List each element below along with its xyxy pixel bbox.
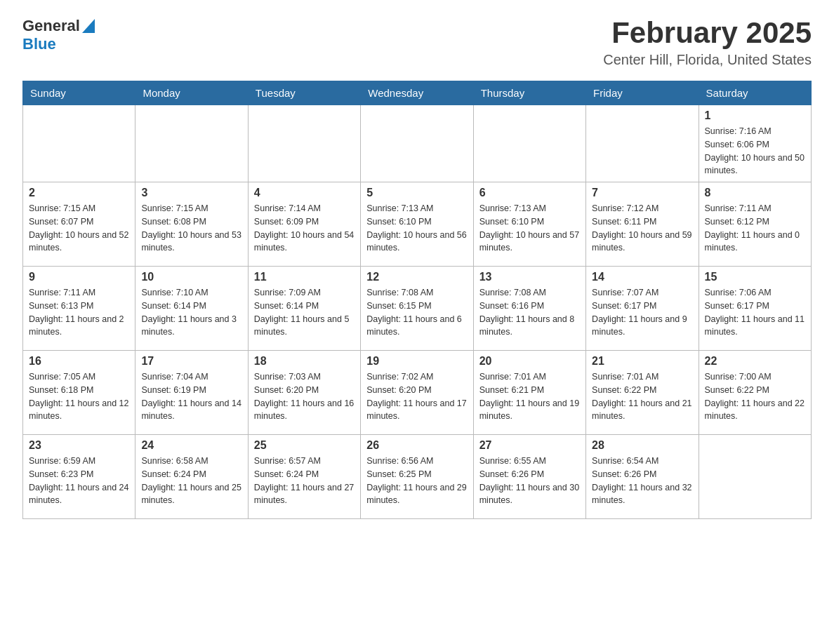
daylight-text: Daylight: 11 hours and 5 minutes. [254, 313, 355, 340]
sunrise-text: Sunrise: 7:03 AM [254, 370, 355, 384]
day-info: Sunrise: 7:05 AMSunset: 6:18 PMDaylight:… [29, 370, 129, 423]
calendar-cell-w4-d6: 21Sunrise: 7:01 AMSunset: 6:22 PMDayligh… [586, 351, 699, 435]
sunrise-text: Sunrise: 7:00 AM [705, 370, 805, 384]
header-tuesday: Tuesday [248, 81, 360, 105]
calendar-subtitle: Center Hill, Florida, United States [603, 52, 812, 68]
calendar-cell-w1-d6 [586, 105, 699, 182]
daylight-text: Daylight: 11 hours and 32 minutes. [592, 481, 692, 508]
day-info: Sunrise: 7:15 AMSunset: 6:07 PMDaylight:… [29, 202, 129, 255]
calendar-cell-w2-d1: 2Sunrise: 7:15 AMSunset: 6:07 PMDaylight… [23, 182, 135, 267]
day-info: Sunrise: 7:01 AMSunset: 6:22 PMDaylight:… [592, 370, 692, 423]
sunset-text: Sunset: 6:09 PM [254, 215, 355, 229]
week-row-5: 23Sunrise: 6:59 AMSunset: 6:23 PMDayligh… [23, 435, 812, 519]
daylight-text: Daylight: 11 hours and 12 minutes. [29, 397, 129, 424]
calendar-cell-w3-d7: 15Sunrise: 7:06 AMSunset: 6:17 PMDayligh… [699, 267, 811, 351]
sunset-text: Sunset: 6:06 PM [705, 138, 805, 152]
day-number: 12 [366, 271, 467, 283]
day-number: 26 [366, 439, 467, 452]
daylight-text: Daylight: 11 hours and 24 minutes. [29, 481, 129, 508]
day-info: Sunrise: 7:15 AMSunset: 6:08 PMDaylight:… [141, 202, 241, 255]
calendar-cell-w4-d7: 22Sunrise: 7:00 AMSunset: 6:22 PMDayligh… [699, 351, 811, 435]
day-number: 17 [141, 355, 241, 368]
daylight-text: Daylight: 11 hours and 29 minutes. [366, 481, 467, 508]
day-number: 20 [479, 355, 580, 368]
day-info: Sunrise: 7:13 AMSunset: 6:10 PMDaylight:… [479, 202, 580, 255]
sunrise-text: Sunrise: 7:13 AM [479, 202, 580, 215]
week-row-2: 2Sunrise: 7:15 AMSunset: 6:07 PMDaylight… [23, 182, 812, 267]
day-number: 14 [592, 271, 692, 283]
sunrise-text: Sunrise: 6:54 AM [592, 455, 692, 468]
sunrise-text: Sunrise: 7:11 AM [705, 202, 805, 215]
day-info: Sunrise: 6:55 AMSunset: 6:26 PMDaylight:… [479, 455, 580, 507]
daylight-text: Daylight: 11 hours and 11 minutes. [705, 313, 805, 340]
day-number: 10 [141, 271, 241, 283]
day-number: 8 [705, 187, 805, 199]
day-info: Sunrise: 7:11 AMSunset: 6:13 PMDaylight:… [29, 286, 129, 339]
sunrise-text: Sunrise: 7:15 AM [29, 202, 129, 215]
day-info: Sunrise: 7:01 AMSunset: 6:21 PMDaylight:… [479, 370, 580, 423]
daylight-text: Daylight: 10 hours and 59 minutes. [592, 229, 692, 255]
sunrise-text: Sunrise: 7:13 AM [366, 202, 467, 215]
sunrise-text: Sunrise: 7:07 AM [592, 286, 692, 300]
day-info: Sunrise: 7:02 AMSunset: 6:20 PMDaylight:… [366, 370, 467, 423]
day-info: Sunrise: 7:13 AMSunset: 6:10 PMDaylight:… [366, 202, 467, 255]
day-info: Sunrise: 7:10 AMSunset: 6:14 PMDaylight:… [141, 286, 241, 339]
sunset-text: Sunset: 6:17 PM [592, 300, 692, 313]
daylight-text: Daylight: 10 hours and 56 minutes. [366, 229, 467, 255]
calendar-cell-w5-d7 [699, 435, 811, 519]
header-saturday: Saturday [699, 81, 811, 105]
day-number: 27 [479, 439, 580, 452]
day-info: Sunrise: 7:08 AMSunset: 6:16 PMDaylight:… [479, 286, 580, 339]
day-info: Sunrise: 7:00 AMSunset: 6:22 PMDaylight:… [705, 370, 805, 423]
day-info: Sunrise: 7:14 AMSunset: 6:09 PMDaylight:… [254, 202, 355, 255]
daylight-text: Daylight: 11 hours and 0 minutes. [705, 229, 805, 255]
daylight-text: Daylight: 11 hours and 9 minutes. [592, 313, 692, 340]
day-number: 1 [705, 109, 805, 122]
calendar-cell-w2-d7: 8Sunrise: 7:11 AMSunset: 6:12 PMDaylight… [699, 182, 811, 267]
sunset-text: Sunset: 6:14 PM [254, 300, 355, 313]
day-info: Sunrise: 7:09 AMSunset: 6:14 PMDaylight:… [254, 286, 355, 339]
daylight-text: Daylight: 11 hours and 8 minutes. [479, 313, 580, 340]
sunset-text: Sunset: 6:13 PM [29, 300, 129, 313]
sunrise-text: Sunrise: 7:11 AM [29, 286, 129, 300]
sunset-text: Sunset: 6:20 PM [254, 384, 355, 397]
logo-blue-text: Blue [22, 35, 56, 53]
logo-arrow-icon [82, 19, 95, 33]
calendar-cell-w4-d4: 19Sunrise: 7:02 AMSunset: 6:20 PMDayligh… [361, 351, 473, 435]
calendar-cell-w2-d2: 3Sunrise: 7:15 AMSunset: 6:08 PMDaylight… [135, 182, 248, 267]
calendar-cell-w2-d5: 6Sunrise: 7:13 AMSunset: 6:10 PMDaylight… [473, 182, 585, 267]
calendar-title: February 2025 [603, 17, 812, 49]
sunrise-text: Sunrise: 6:58 AM [141, 455, 241, 468]
daylight-text: Daylight: 10 hours and 50 minutes. [705, 152, 805, 178]
day-info: Sunrise: 6:57 AMSunset: 6:24 PMDaylight:… [254, 455, 355, 507]
day-number: 19 [366, 355, 467, 368]
sunset-text: Sunset: 6:22 PM [705, 384, 805, 397]
week-row-4: 16Sunrise: 7:05 AMSunset: 6:18 PMDayligh… [23, 351, 812, 435]
calendar-cell-w1-d4 [361, 105, 473, 182]
sunset-text: Sunset: 6:25 PM [366, 468, 467, 481]
logo: General Blue [22, 17, 95, 53]
logo-general-text: General [22, 17, 80, 35]
day-number: 6 [479, 187, 580, 199]
calendar-cell-w2-d4: 5Sunrise: 7:13 AMSunset: 6:10 PMDaylight… [361, 182, 473, 267]
calendar-cell-w4-d1: 16Sunrise: 7:05 AMSunset: 6:18 PMDayligh… [23, 351, 135, 435]
sunrise-text: Sunrise: 7:01 AM [592, 370, 692, 384]
daylight-text: Daylight: 11 hours and 22 minutes. [705, 397, 805, 424]
sunset-text: Sunset: 6:17 PM [705, 300, 805, 313]
daylight-text: Daylight: 11 hours and 14 minutes. [141, 397, 241, 424]
calendar-header-row: Sunday Monday Tuesday Wednesday Thursday… [23, 81, 812, 105]
day-number: 21 [592, 355, 692, 368]
sunrise-text: Sunrise: 7:01 AM [479, 370, 580, 384]
day-number: 22 [705, 355, 805, 368]
daylight-text: Daylight: 11 hours and 17 minutes. [366, 397, 467, 424]
calendar-cell-w5-d6: 28Sunrise: 6:54 AMSunset: 6:26 PMDayligh… [586, 435, 699, 519]
calendar-cell-w1-d2 [135, 105, 248, 182]
sunrise-text: Sunrise: 7:15 AM [141, 202, 241, 215]
daylight-text: Daylight: 11 hours and 30 minutes. [479, 481, 580, 508]
sunset-text: Sunset: 6:08 PM [141, 215, 241, 229]
sunset-text: Sunset: 6:20 PM [366, 384, 467, 397]
day-number: 25 [254, 439, 355, 452]
sunrise-text: Sunrise: 7:10 AM [141, 286, 241, 300]
day-number: 28 [592, 439, 692, 452]
day-info: Sunrise: 7:08 AMSunset: 6:15 PMDaylight:… [366, 286, 467, 339]
